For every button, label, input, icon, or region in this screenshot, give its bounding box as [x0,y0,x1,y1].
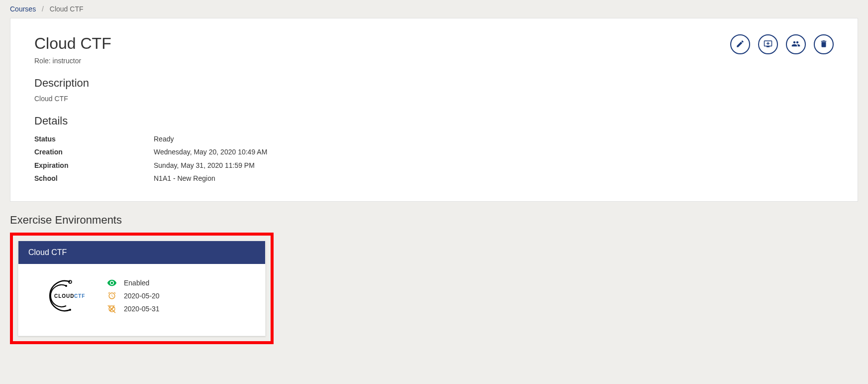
description-text: Cloud CTF [34,95,834,103]
details-label-school: School [34,173,154,184]
env-highlight-box: Cloud CTF CLOUD CTF Enabled [10,233,274,344]
delete-button[interactable] [814,34,834,54]
envs-section-title: Exercise Environments [10,214,858,227]
env-status-row: Enabled [107,278,160,288]
eye-icon [107,278,117,288]
details-value-expiration: Sunday, May 31, 2020 11:59 PM [154,160,255,171]
breadcrumb-separator: / [42,5,44,13]
course-card: Cloud CTF Role: instructor [10,18,858,202]
svg-text:CLOUD: CLOUD [54,293,75,299]
add-to-queue-icon [764,39,772,50]
alarm-on-icon [107,291,117,301]
role-line: Role: instructor [34,57,111,65]
env-end-value: 2020-05-31 [124,305,160,313]
details-row-expiration: Expiration Sunday, May 31, 2020 11:59 PM [34,159,834,172]
details-label-expiration: Expiration [34,160,154,171]
env-card[interactable]: Cloud CTF CLOUD CTF Enabled [18,241,266,336]
users-icon [791,39,800,50]
env-start-row: 2020-05-20 [107,291,160,301]
breadcrumb: Courses / Cloud CTF [10,0,858,18]
env-status-value: Enabled [124,279,149,287]
page-title: Cloud CTF [34,34,111,53]
trash-icon [819,39,828,50]
details-label-creation: Creation [34,146,154,157]
svg-text:CTF: CTF [74,293,85,299]
description-heading: Description [34,77,834,90]
details-label-status: Status [34,133,154,144]
breadcrumb-current: Cloud CTF [50,5,84,13]
edit-button[interactable] [730,34,750,54]
details-value-school: N1A1 - New Region [154,173,215,184]
details-row-school: School N1A1 - New Region [34,172,834,185]
alarm-off-icon [107,304,117,314]
pencil-icon [736,39,745,50]
action-buttons [730,34,834,54]
svg-point-2 [65,285,67,287]
env-card-logo: CLOUD CTF [32,276,92,316]
details-value-status: Ready [154,133,174,144]
details-row-creation: Creation Wednesday, May 20, 2020 10:49 A… [34,145,834,158]
details-row-status: Status Ready [34,132,834,145]
add-screen-button[interactable] [758,34,778,54]
env-end-row: 2020-05-31 [107,304,160,314]
details-heading: Details [34,115,834,128]
details-value-creation: Wednesday, May 20, 2020 10:49 AM [154,146,267,157]
svg-point-1 [69,309,71,311]
env-start-value: 2020-05-20 [124,292,160,300]
env-card-title: Cloud CTF [18,241,265,264]
breadcrumb-link-courses[interactable]: Courses [10,5,36,13]
users-button[interactable] [786,34,806,54]
